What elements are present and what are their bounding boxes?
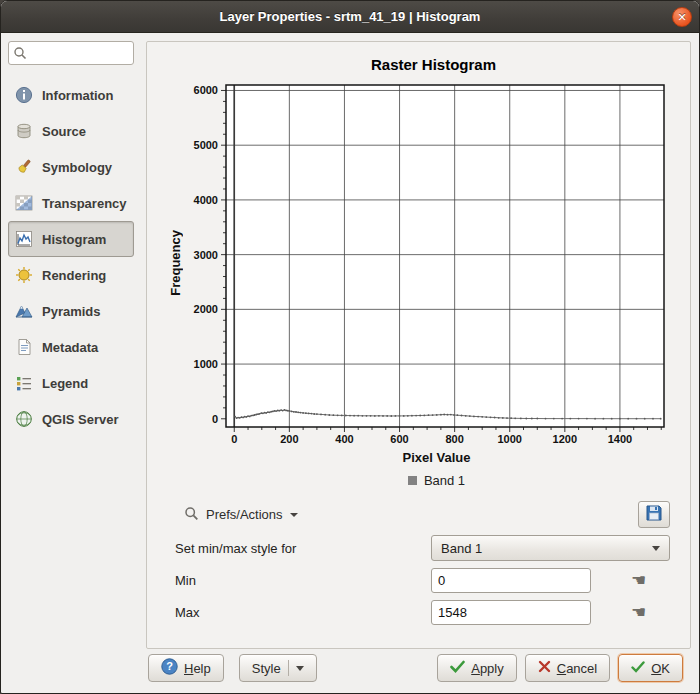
sidebar-item-label: QGIS Server bbox=[42, 412, 119, 427]
sidebar-item-histogram[interactable]: Histogram bbox=[8, 221, 134, 257]
x-axis-title: Pixel Value bbox=[201, 450, 672, 465]
set-minmax-label: Set min/max style for bbox=[175, 541, 431, 556]
style-button[interactable]: Style bbox=[239, 654, 317, 682]
svg-text:4000: 4000 bbox=[193, 194, 217, 206]
apply-button[interactable]: Apply bbox=[437, 654, 517, 682]
style-label: Style bbox=[252, 661, 281, 676]
apply-label: Apply bbox=[471, 661, 504, 676]
chart-legend: Band 1 bbox=[201, 473, 672, 488]
svg-text:3000: 3000 bbox=[193, 249, 217, 261]
check-icon bbox=[450, 660, 465, 676]
sidebar-item-metadata[interactable]: Metadata bbox=[8, 329, 134, 365]
min-input[interactable] bbox=[431, 568, 591, 593]
sidebar-item-source[interactable]: Source bbox=[8, 113, 134, 149]
svg-text:0: 0 bbox=[231, 433, 237, 445]
magnifier-icon bbox=[184, 506, 199, 524]
list-legend-icon bbox=[14, 373, 34, 393]
cancel-label: Cancel bbox=[557, 661, 597, 676]
sidebar: Information Source Symbology bbox=[1, 33, 141, 693]
prefs-actions-button[interactable]: Prefs/Actions bbox=[175, 502, 307, 528]
svg-text:1000: 1000 bbox=[193, 358, 217, 370]
close-icon: ✕ bbox=[677, 11, 686, 24]
sidebar-item-label: Pyramids bbox=[42, 304, 101, 319]
sidebar-item-label: Source bbox=[42, 124, 86, 139]
band-select[interactable]: Band 1 bbox=[431, 535, 670, 561]
svg-text:5000: 5000 bbox=[193, 139, 217, 151]
svg-text:1000: 1000 bbox=[497, 433, 521, 445]
window-title: Layer Properties - srtm_41_19 | Histogra… bbox=[220, 9, 481, 24]
mountains-icon bbox=[14, 301, 34, 321]
svg-text:200: 200 bbox=[280, 433, 298, 445]
y-axis-title: Frequency bbox=[168, 230, 183, 296]
prefs-actions-label: Prefs/Actions bbox=[206, 507, 283, 522]
sidebar-item-qgis-server[interactable]: QGIS Server bbox=[8, 401, 134, 437]
cancel-button[interactable]: Cancel bbox=[525, 654, 610, 682]
max-label: Max bbox=[175, 605, 431, 620]
help-icon: ? bbox=[161, 658, 178, 678]
histogram-chart[interactable]: 0200400600800100012001400010002000300040… bbox=[184, 77, 670, 449]
svg-text:600: 600 bbox=[390, 433, 408, 445]
svg-text:1200: 1200 bbox=[552, 433, 576, 445]
dialog-button-box: ? Help Style Apply bbox=[146, 649, 691, 693]
sidebar-item-symbology[interactable]: Symbology bbox=[8, 149, 134, 185]
min-label: Min bbox=[175, 573, 431, 588]
band-select-value: Band 1 bbox=[441, 541, 482, 556]
svg-text:800: 800 bbox=[445, 433, 463, 445]
legend-marker-band1 bbox=[408, 476, 417, 485]
pick-min-hand-icon[interactable]: ☚ bbox=[631, 572, 646, 589]
divider bbox=[288, 660, 289, 676]
title-bar: Layer Properties - srtm_41_19 | Histogra… bbox=[1, 1, 699, 33]
close-button[interactable]: ✕ bbox=[672, 7, 692, 27]
paintbrush-icon bbox=[14, 157, 34, 177]
layer-properties-window: Layer Properties - srtm_41_19 | Histogra… bbox=[0, 0, 700, 694]
sidebar-item-label: Information bbox=[42, 88, 114, 103]
main-panel: Raster Histogram Frequency 0200400600800… bbox=[141, 33, 699, 693]
ok-button[interactable]: OK bbox=[618, 654, 683, 682]
check-icon bbox=[631, 661, 645, 676]
chevron-down-icon bbox=[652, 546, 660, 551]
histogram-controls: Prefs/Actions Set min/max style for B bbox=[165, 488, 672, 625]
save-icon bbox=[645, 504, 663, 526]
svg-text:400: 400 bbox=[335, 433, 353, 445]
sidebar-item-legend[interactable]: Legend bbox=[8, 365, 134, 401]
svg-text:0: 0 bbox=[211, 413, 217, 425]
info-icon bbox=[14, 85, 34, 105]
chart-area: Frequency 020040060080010001200140001000… bbox=[165, 77, 672, 449]
sidebar-item-label: Symbology bbox=[42, 160, 112, 175]
svg-text:6000: 6000 bbox=[193, 84, 217, 96]
svg-text:1400: 1400 bbox=[607, 433, 631, 445]
sidebar-item-pyramids[interactable]: Pyramids bbox=[8, 293, 134, 329]
pick-max-hand-icon[interactable]: ☚ bbox=[631, 604, 646, 621]
sun-icon bbox=[14, 265, 34, 285]
close-x-icon bbox=[538, 660, 551, 676]
legend-label: Band 1 bbox=[424, 473, 465, 488]
sidebar-item-label: Histogram bbox=[42, 232, 106, 247]
sidebar-item-information[interactable]: Information bbox=[8, 77, 134, 113]
sidebar-item-label: Rendering bbox=[42, 268, 106, 283]
sidebar-item-label: Transparency bbox=[42, 196, 127, 211]
search-input[interactable] bbox=[8, 41, 134, 65]
sidebar-item-label: Metadata bbox=[42, 340, 98, 355]
sidebar-search bbox=[8, 41, 134, 65]
svg-text:2000: 2000 bbox=[193, 303, 217, 315]
sidebar-item-transparency[interactable]: Transparency bbox=[8, 185, 134, 221]
help-label: Help bbox=[184, 661, 211, 676]
sidebar-nav: Information Source Symbology bbox=[8, 77, 134, 437]
sidebar-item-rendering[interactable]: Rendering bbox=[8, 257, 134, 293]
save-histogram-button[interactable] bbox=[638, 501, 670, 528]
window-content: Information Source Symbology bbox=[1, 33, 699, 693]
transparency-icon bbox=[14, 193, 34, 213]
svg-text:?: ? bbox=[166, 660, 173, 672]
max-input[interactable] bbox=[431, 600, 591, 625]
globe-icon bbox=[14, 409, 34, 429]
ok-label: OK bbox=[651, 661, 670, 676]
database-icon bbox=[14, 121, 34, 141]
document-icon bbox=[14, 337, 34, 357]
histogram-icon bbox=[14, 229, 34, 249]
chart-title: Raster Histogram bbox=[195, 56, 672, 73]
chevron-down-icon bbox=[296, 666, 304, 671]
help-button[interactable]: ? Help bbox=[148, 654, 224, 682]
histogram-page: Raster Histogram Frequency 0200400600800… bbox=[146, 41, 691, 649]
sidebar-item-label: Legend bbox=[42, 376, 88, 391]
chevron-down-icon bbox=[290, 513, 298, 517]
